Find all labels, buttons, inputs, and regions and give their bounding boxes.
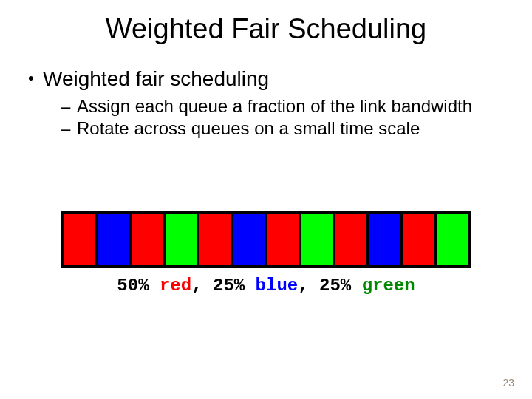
segment-red (64, 214, 95, 265)
page-number: 23 (502, 377, 514, 389)
segment-red (267, 214, 299, 265)
diagram-container (22, 211, 510, 268)
caption-pct-blue: 25% (213, 276, 256, 296)
segment-red (132, 214, 163, 265)
segment-blue (369, 214, 400, 265)
caption-pct-red: 50% (117, 276, 160, 296)
segment-red (403, 214, 434, 265)
segment-blue (98, 214, 129, 265)
scheduling-diagram (61, 211, 471, 268)
content-area: Weighted fair scheduling Assign each que… (0, 45, 532, 296)
bullet-sub-1: Assign each queue a fraction of the link… (22, 95, 510, 117)
page-title: Weighted Fair Scheduling (0, 0, 532, 45)
caption-red: red (160, 276, 191, 296)
segment-green (166, 214, 197, 265)
caption-green: green (362, 276, 415, 296)
segment-red (335, 214, 366, 265)
segment-green (437, 214, 468, 265)
bullet-main: Weighted fair scheduling (22, 67, 510, 91)
caption-comma-2: , (298, 276, 319, 296)
segment-red (200, 214, 231, 265)
diagram-caption: 50% red, 25% blue, 25% green (22, 276, 510, 296)
segment-blue (233, 214, 265, 265)
bullet-sub-2: Rotate across queues on a small time sca… (22, 117, 510, 140)
caption-comma-1: , (191, 276, 213, 296)
segment-green (301, 214, 332, 265)
caption-pct-green: 25% (319, 276, 362, 296)
caption-blue: blue (256, 276, 299, 296)
